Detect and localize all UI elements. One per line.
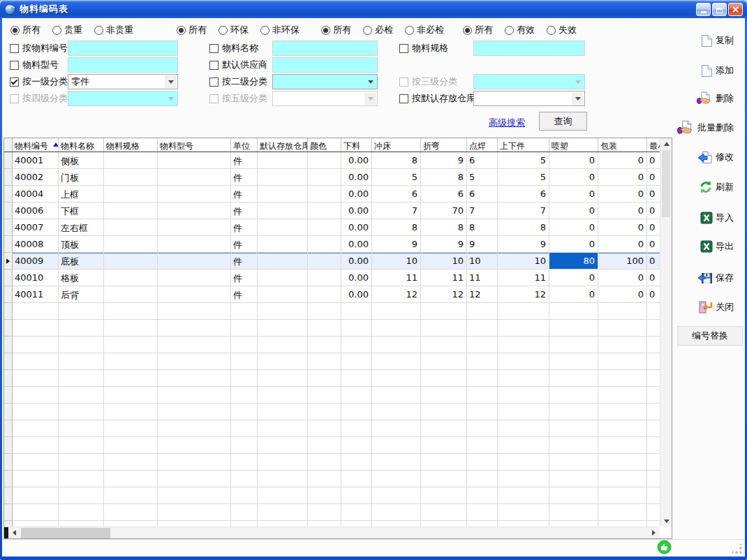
column-header-单位[interactable]: 单位 (231, 138, 258, 152)
cell[interactable] (598, 337, 647, 353)
cell[interactable] (308, 169, 341, 186)
cell[interactable] (258, 186, 308, 202)
cell[interactable]: 0.00 (341, 186, 372, 202)
cell[interactable] (104, 370, 158, 387)
close-button[interactable] (728, 3, 743, 16)
cell[interactable]: 8 (421, 169, 467, 186)
cell[interactable]: 40008 (13, 236, 59, 253)
cell[interactable] (549, 387, 598, 404)
cell[interactable] (647, 404, 660, 420)
cell[interactable] (598, 353, 647, 370)
cell[interactable] (308, 320, 341, 337)
cell[interactable] (341, 337, 372, 353)
cell[interactable] (421, 420, 467, 437)
radio-option-必检[interactable]: 必检 (363, 24, 393, 36)
cell[interactable] (498, 404, 549, 420)
vertical-scrollbar[interactable] (660, 138, 672, 526)
cell[interactable] (104, 454, 158, 471)
cell[interactable] (231, 353, 258, 370)
cell[interactable] (231, 387, 258, 404)
cell[interactable]: 40002 (13, 169, 59, 186)
row-header[interactable] (4, 270, 13, 286)
cell[interactable] (341, 370, 372, 387)
cell[interactable] (598, 521, 647, 526)
cell[interactable] (467, 487, 498, 504)
table-row[interactable] (4, 471, 660, 487)
cell[interactable] (421, 353, 467, 370)
table-row[interactable] (4, 504, 660, 521)
cell[interactable]: 8 (498, 219, 549, 236)
cell[interactable] (13, 454, 59, 471)
cell[interactable] (421, 387, 467, 404)
cell[interactable] (158, 387, 231, 404)
cell[interactable] (549, 471, 598, 487)
cell[interactable]: 7 (372, 202, 421, 219)
cell[interactable] (104, 270, 158, 286)
cell[interactable]: 0 (647, 152, 660, 169)
cell[interactable] (258, 471, 308, 487)
cell[interactable] (258, 202, 308, 219)
cell[interactable] (549, 353, 598, 370)
column-header-下料[interactable]: 下料 (341, 138, 372, 152)
cell[interactable] (158, 487, 231, 504)
vertical-scroll-thumb[interactable] (662, 150, 670, 217)
cell[interactable] (258, 152, 308, 169)
cell[interactable]: 0 (647, 169, 660, 186)
cell[interactable]: 11 (372, 270, 421, 286)
cell[interactable] (647, 454, 660, 471)
radio-option-非必检[interactable]: 非必检 (405, 24, 444, 36)
button-保存[interactable]: 保存 (697, 270, 734, 286)
cell[interactable] (308, 420, 341, 437)
row-header[interactable] (4, 320, 13, 337)
row-header[interactable] (4, 437, 13, 454)
cell[interactable] (158, 521, 231, 526)
cell[interactable] (498, 437, 549, 454)
checkbox-物料型号[interactable] (10, 61, 19, 70)
cell[interactable] (498, 487, 549, 504)
dropdown-button[interactable] (364, 75, 376, 88)
table-row[interactable]: 40007左右框件0.008888000 (4, 219, 660, 236)
cell[interactable]: 格板 (59, 270, 104, 286)
cell[interactable] (372, 320, 421, 337)
row-header[interactable] (4, 521, 13, 526)
cell[interactable] (647, 487, 660, 504)
cell[interactable] (372, 420, 421, 437)
cell[interactable] (467, 337, 498, 353)
button-删除[interactable]: 删除 (696, 90, 734, 107)
cell[interactable] (308, 487, 341, 504)
table-row[interactable]: 40011后背件0.0012121212000 (4, 286, 660, 303)
cell[interactable] (231, 521, 258, 526)
cell[interactable]: 11 (467, 270, 498, 286)
cell[interactable] (341, 303, 372, 320)
cell[interactable] (258, 303, 308, 320)
cell[interactable] (59, 353, 104, 370)
cell[interactable]: 40009 (13, 253, 59, 270)
cell[interactable] (258, 521, 308, 526)
cell[interactable] (59, 504, 104, 521)
advanced-search-link[interactable]: 高级搜索 (489, 117, 525, 129)
cell[interactable]: 0 (598, 169, 647, 186)
cell[interactable] (59, 320, 104, 337)
cell[interactable] (598, 387, 647, 404)
button-刷新[interactable]: 刷新 (699, 179, 734, 196)
cell[interactable] (13, 337, 59, 353)
cell[interactable] (498, 454, 549, 471)
cell[interactable]: 0 (598, 286, 647, 303)
radio-option-非贵重[interactable]: 非贵重 (94, 24, 133, 36)
cell[interactable]: 0 (598, 202, 647, 219)
cell[interactable] (467, 387, 498, 404)
table-row[interactable] (4, 320, 660, 337)
cell[interactable]: 上框 (59, 186, 104, 202)
cell[interactable] (308, 270, 341, 286)
cell[interactable] (13, 303, 59, 320)
scroll-right-button[interactable] (648, 527, 660, 538)
radio-option-所有[interactable]: 所有 (463, 24, 493, 36)
button-修改[interactable]: 修改 (697, 149, 734, 165)
cell[interactable]: 下框 (59, 202, 104, 219)
cell[interactable]: 8 (421, 219, 467, 236)
cell[interactable] (598, 454, 647, 471)
cell[interactable]: 件 (231, 253, 258, 270)
cell[interactable] (158, 471, 231, 487)
button-导出[interactable]: 导出 (700, 238, 734, 255)
cell[interactable] (308, 454, 341, 471)
